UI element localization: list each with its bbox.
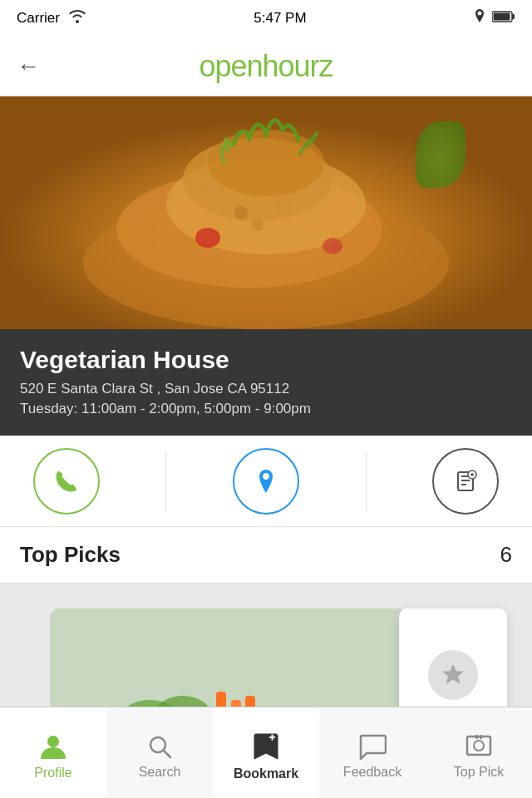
restaurant-name: Vegetarian House: [20, 346, 512, 374]
top-picks-header: Top Picks 6: [0, 527, 532, 584]
nav-item-profile[interactable]: Profile: [0, 707, 106, 798]
svg-point-13: [252, 219, 264, 231]
top-pick-icon: [465, 733, 493, 760]
app-title-text: openh: [199, 49, 278, 83]
note-button[interactable]: [432, 448, 499, 515]
location-status-icon: [474, 9, 485, 28]
svg-rect-2: [493, 13, 510, 21]
status-right: [474, 9, 515, 28]
bookmark-icon: [252, 732, 280, 761]
restaurant-address: 520 E Santa Clara St , San Jose CA 95112: [20, 381, 512, 397]
svg-point-11: [234, 206, 248, 219]
status-left: Carrier: [17, 10, 86, 27]
svg-point-9: [195, 228, 220, 248]
phone-button[interactable]: [33, 448, 100, 515]
wifi-icon: [68, 10, 86, 27]
nav-label-bookmark: Bookmark: [234, 766, 298, 781]
nav-label-feedback: Feedback: [343, 765, 401, 780]
status-time: 5:47 PM: [254, 10, 306, 27]
feedback-icon: [358, 733, 387, 760]
star-icon: [428, 650, 478, 700]
nav-item-top-pick[interactable]: Top Pick: [426, 707, 532, 798]
back-button[interactable]: ←: [17, 53, 40, 80]
nav-label-profile: Profile: [34, 766, 71, 781]
location-button[interactable]: [233, 448, 299, 515]
app-title: openhourz: [199, 49, 332, 84]
top-picks-count: 6: [500, 542, 512, 568]
search-icon: [146, 733, 173, 760]
svg-rect-1: [512, 14, 515, 19]
svg-point-36: [474, 741, 484, 751]
restaurant-info-overlay: Vegetarian House 520 E Santa Clara St , …: [0, 329, 532, 436]
top-picks-label: Top Picks: [20, 542, 121, 568]
app-title-accent: ourz: [278, 49, 333, 83]
app-header: ← openhourz: [0, 37, 532, 96]
action-buttons-row: [0, 436, 532, 527]
nav-item-feedback[interactable]: Feedback: [319, 707, 426, 798]
nav-label-search: Search: [139, 765, 181, 780]
bottom-navigation: Profile Search Bookmark Feedback T: [0, 707, 532, 798]
svg-rect-35: [467, 736, 490, 755]
battery-icon: [492, 10, 515, 27]
nav-item-search[interactable]: Search: [106, 707, 213, 798]
svg-line-32: [164, 751, 170, 757]
restaurant-hours: Tuesday: 11:00am - 2:00pm, 5:00pm - 9:00…: [20, 401, 512, 417]
status-bar: Carrier 5:47 PM: [0, 0, 532, 37]
nav-label-top-pick: Top Pick: [454, 765, 504, 780]
svg-point-12: [274, 196, 291, 213]
svg-rect-38: [480, 735, 482, 739]
nav-item-bookmark[interactable]: Bookmark: [213, 707, 319, 798]
carrier-label: Carrier: [17, 10, 60, 27]
restaurant-hero-image: [0, 96, 532, 329]
svg-rect-37: [475, 735, 478, 739]
svg-point-10: [323, 238, 342, 254]
svg-point-30: [47, 736, 59, 747]
profile-icon: [39, 732, 67, 761]
